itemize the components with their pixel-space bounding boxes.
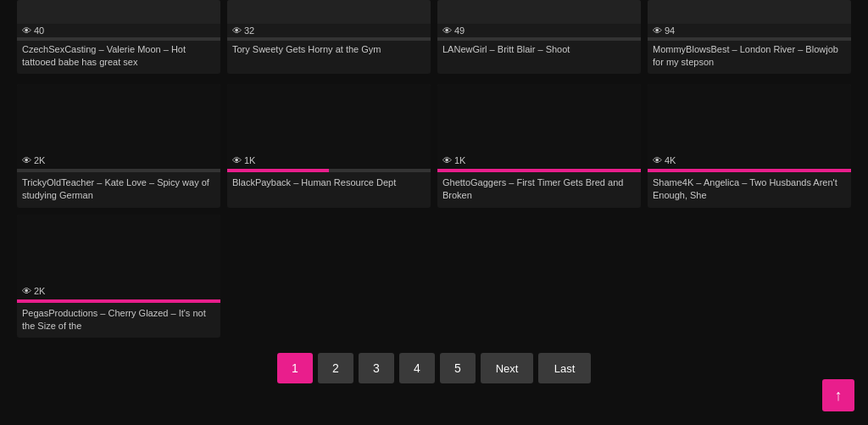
video-views: 👁 94 [648, 24, 851, 36]
video-views: 👁 40 [17, 24, 220, 36]
video-card[interactable]: 👁 1K BlackPayback – Human Resource Dept [227, 84, 431, 208]
video-views: 👁 32 [227, 24, 431, 36]
eye-icon: 👁 [653, 155, 662, 165]
page-3-button[interactable]: 3 [359, 353, 394, 383]
eye-icon: 👁 [232, 155, 242, 165]
video-card[interactable]: 👁 4K Shame4K – Angelica – Two Husbands A… [648, 84, 851, 208]
eye-icon: 👁 [653, 25, 662, 36]
video-card[interactable]: 👁 2K PegasProductions – Cherry Glazed – … [17, 215, 220, 338]
video-title: LANewGirl – Britt Blair – Shoot [437, 41, 641, 60]
video-views: 👁 49 [437, 24, 641, 36]
eye-icon: 👁 [442, 25, 452, 36]
video-title: Shame4K – Angelica – Two Husbands Aren't… [648, 172, 851, 208]
video-views: 👁 1K [232, 155, 255, 165]
video-thumb [648, 0, 851, 24]
video-views: 👁 4K [653, 155, 676, 165]
pagination: 1 2 3 4 5 Next Last [8, 344, 860, 390]
last-button[interactable]: Last [538, 353, 591, 383]
video-thumb [437, 0, 641, 24]
video-thumb [17, 0, 220, 24]
eye-icon: 👁 [442, 155, 452, 165]
video-title: MommyBlowsBest – London River – Blowjob … [648, 41, 851, 74]
video-card[interactable]: 👁 1K GhettoGaggers – First Timer Gets Br… [437, 84, 641, 208]
mid-video-row: 👁 2K TrickyOldTeacher – Kate Love – Spic… [8, 77, 860, 215]
video-thumb: 👁 2K [17, 84, 220, 169]
video-views: 👁 1K [442, 155, 465, 165]
video-card[interactable]: 👁 49 LANewGirl – Britt Blair – Shoot [437, 0, 641, 74]
bottom-video-row: 👁 2K PegasProductions – Cherry Glazed – … [8, 215, 860, 345]
video-card[interactable]: 👁 40 CzechSexCasting – Valerie Moon – Ho… [17, 0, 220, 74]
video-title: Tory Sweety Gets Horny at the Gym [227, 41, 431, 60]
video-thumb: 👁 1K [227, 84, 431, 169]
video-views: 👁 2K [22, 155, 45, 165]
video-title: PegasProductions – Cherry Glazed – It's … [17, 303, 220, 338]
video-thumb: 👁 1K [437, 84, 641, 169]
video-thumb: 👁 2K [17, 215, 220, 299]
video-card[interactable]: 👁 94 MommyBlowsBest – London River – Blo… [648, 0, 851, 74]
top-video-row: 👁 40 CzechSexCasting – Valerie Moon – Ho… [8, 0, 860, 77]
video-title: BlackPayback – Human Resource Dept [227, 172, 431, 194]
scroll-top-button[interactable]: ↑ [822, 379, 854, 411]
video-card[interactable]: 👁 32 Tory Sweety Gets Horny at the Gym [227, 0, 431, 74]
eye-icon: 👁 [22, 25, 31, 36]
eye-icon: 👁 [22, 155, 31, 165]
video-thumb: 👁 4K [648, 84, 851, 169]
page-4-button[interactable]: 4 [399, 353, 435, 383]
video-title: CzechSexCasting – Valerie Moon – Hot tat… [17, 41, 220, 74]
page-1-button[interactable]: 1 [277, 353, 313, 383]
page-5-button[interactable]: 5 [440, 353, 476, 383]
video-title: GhettoGaggers – First Timer Gets Bred an… [437, 172, 641, 208]
eye-icon: 👁 [22, 286, 31, 296]
eye-icon: 👁 [232, 25, 242, 36]
page-2-button[interactable]: 2 [318, 353, 353, 383]
next-button[interactable]: Next [481, 353, 533, 383]
video-views: 👁 2K [22, 286, 45, 296]
video-thumb [227, 0, 431, 24]
video-title: TrickyOldTeacher – Kate Love – Spicy way… [17, 172, 220, 208]
video-card[interactable]: 👁 2K TrickyOldTeacher – Kate Love – Spic… [17, 84, 220, 208]
